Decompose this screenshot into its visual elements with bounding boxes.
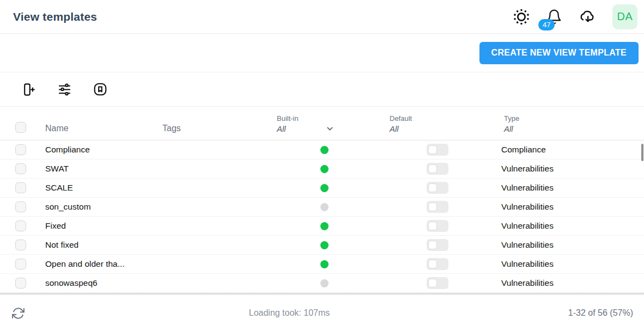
column-header-tags[interactable]: Tags bbox=[162, 124, 267, 133]
refresh-icon[interactable] bbox=[11, 306, 25, 320]
builtin-filter-value: All bbox=[277, 124, 286, 133]
row-checkbox[interactable] bbox=[15, 182, 26, 193]
default-filter-dropdown[interactable]: All bbox=[390, 124, 493, 133]
select-all-cell bbox=[0, 122, 45, 133]
row-checkbox[interactable] bbox=[15, 220, 26, 231]
chevron-down-icon bbox=[325, 124, 335, 133]
default-toggle[interactable] bbox=[427, 277, 448, 289]
default-toggle[interactable] bbox=[427, 144, 448, 156]
notifications-bell-icon[interactable]: 47 bbox=[545, 8, 563, 26]
toggle-knob bbox=[428, 164, 437, 173]
select-all-checkbox[interactable] bbox=[15, 122, 26, 133]
tags-column-label: Tags bbox=[162, 124, 181, 133]
builtin-filter-dropdown[interactable]: All bbox=[277, 124, 335, 133]
row-select-cell bbox=[0, 201, 45, 212]
create-new-view-template-button[interactable]: CREATE NEW VIEW TEMPLATE bbox=[479, 42, 639, 64]
table-row[interactable]: Compliance Compliance bbox=[0, 140, 644, 160]
filter-sliders-icon[interactable] bbox=[57, 82, 72, 97]
default-toggle[interactable] bbox=[427, 201, 448, 213]
template-name: Not fixed bbox=[45, 240, 78, 249]
default-toggle[interactable] bbox=[427, 258, 448, 270]
row-builtin-cell bbox=[267, 203, 381, 211]
row-builtin-cell bbox=[267, 241, 381, 249]
row-default-cell bbox=[381, 201, 493, 213]
table-row[interactable]: Open and older tha... Vulnerabilities bbox=[0, 255, 644, 274]
footer-bar: Loading took: 107ms 1-32 of 56 (57%) bbox=[0, 295, 644, 331]
template-name: SCALE bbox=[45, 183, 73, 192]
row-checkbox[interactable] bbox=[15, 259, 26, 269]
column-header-builtin: Built-in All bbox=[267, 114, 381, 133]
row-builtin-cell bbox=[267, 184, 381, 192]
row-name-cell: SCALE bbox=[45, 183, 162, 193]
table-header-row: Name Tags Built-in All Default All bbox=[0, 107, 644, 140]
row-name-cell: SWAT bbox=[45, 164, 162, 174]
row-type-cell: Vulnerabilities bbox=[493, 259, 644, 269]
row-select-cell bbox=[0, 259, 45, 269]
toggle-knob bbox=[428, 222, 437, 230]
table-row[interactable]: SCALE Vulnerabilities bbox=[0, 179, 644, 198]
builtin-status-dot bbox=[320, 279, 329, 287]
default-toggle[interactable] bbox=[427, 182, 448, 194]
table-row[interactable]: son_custom Vulnerabilities bbox=[0, 198, 644, 217]
builtin-column-label: Built-in bbox=[277, 114, 381, 122]
toggle-knob bbox=[428, 203, 437, 211]
row-select-cell bbox=[0, 163, 45, 174]
template-type: Vulnerabilities bbox=[501, 259, 554, 268]
name-column-label: Name bbox=[45, 124, 69, 133]
toggle-knob bbox=[428, 183, 437, 192]
row-builtin-cell bbox=[267, 260, 381, 268]
row-name-cell: Not fixed bbox=[45, 240, 162, 250]
table-row[interactable]: sonowaspeq6 Vulnerabilities bbox=[0, 274, 644, 293]
row-checkbox[interactable] bbox=[15, 163, 26, 174]
row-select-cell bbox=[0, 144, 45, 155]
builtin-status-dot bbox=[320, 260, 329, 268]
row-type-cell: Vulnerabilities bbox=[493, 164, 644, 174]
toggle-knob bbox=[428, 145, 437, 154]
template-name: Open and older tha... bbox=[45, 259, 125, 268]
default-filter-value: All bbox=[390, 124, 399, 133]
settings-sun-icon[interactable] bbox=[512, 8, 531, 26]
row-checkbox[interactable] bbox=[15, 278, 26, 289]
builtin-status-dot bbox=[320, 203, 329, 211]
loading-status-text: Loading took: 107ms bbox=[249, 308, 330, 318]
add-view-icon[interactable] bbox=[21, 82, 36, 97]
user-avatar[interactable]: DA bbox=[612, 4, 637, 29]
default-toggle[interactable] bbox=[427, 220, 448, 232]
row-type-cell: Compliance bbox=[493, 145, 644, 155]
row-default-cell bbox=[381, 182, 493, 194]
vertical-scrollbar-thumb[interactable] bbox=[641, 144, 643, 161]
template-name: son_custom bbox=[45, 202, 91, 211]
cloud-download-icon[interactable] bbox=[578, 8, 596, 26]
template-name: SWAT bbox=[45, 164, 69, 173]
row-select-cell bbox=[0, 220, 45, 231]
row-checkbox[interactable] bbox=[15, 201, 26, 212]
table-body: Compliance Compliance SWAT bbox=[0, 140, 644, 293]
type-filter-dropdown[interactable]: All bbox=[504, 124, 644, 133]
row-type-cell: Vulnerabilities bbox=[493, 183, 644, 193]
row-name-cell: sonowaspeq6 bbox=[45, 278, 162, 288]
template-name: Compliance bbox=[45, 145, 90, 154]
template-name: sonowaspeq6 bbox=[45, 278, 98, 287]
saved-templates-bookmark-icon[interactable] bbox=[93, 82, 108, 97]
table-row[interactable]: Not fixed Vulnerabilities bbox=[0, 236, 644, 255]
row-checkbox[interactable] bbox=[15, 144, 26, 155]
default-column-label: Default bbox=[390, 114, 493, 122]
row-default-cell bbox=[381, 220, 493, 232]
template-type: Vulnerabilities bbox=[501, 221, 554, 230]
builtin-status-dot bbox=[320, 222, 329, 230]
row-checkbox[interactable] bbox=[15, 240, 26, 250]
table-row[interactable]: SWAT Vulnerabilities bbox=[0, 160, 644, 179]
row-default-cell bbox=[381, 163, 493, 175]
builtin-status-dot bbox=[320, 241, 329, 249]
row-select-cell bbox=[0, 240, 45, 250]
table-row[interactable]: Fixed Vulnerabilities bbox=[0, 217, 644, 236]
row-default-cell bbox=[381, 258, 493, 270]
default-toggle[interactable] bbox=[427, 239, 448, 251]
template-type: Vulnerabilities bbox=[501, 240, 554, 249]
view-templates-page: View templates bbox=[0, 0, 644, 331]
template-type: Vulnerabilities bbox=[501, 164, 554, 173]
default-toggle[interactable] bbox=[427, 163, 448, 175]
top-bar-actions: 47 DA bbox=[512, 4, 637, 29]
column-header-name[interactable]: Name bbox=[45, 124, 162, 133]
template-type: Vulnerabilities bbox=[501, 278, 554, 287]
